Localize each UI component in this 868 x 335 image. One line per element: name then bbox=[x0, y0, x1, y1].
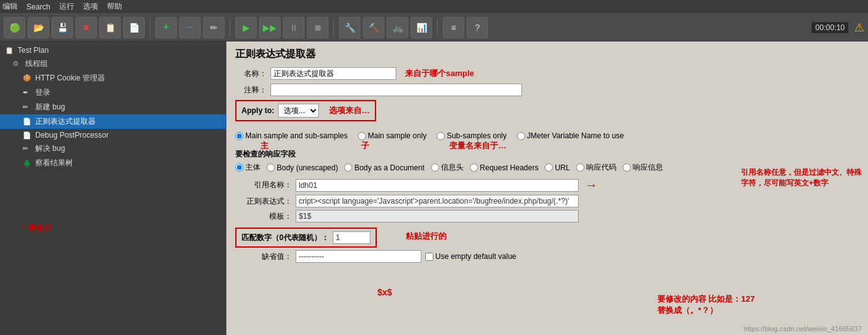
radio-req-headers-input[interactable] bbox=[470, 163, 478, 172]
match-count-box: 匹配数字（0代表随机）： bbox=[235, 228, 377, 248]
apply-to-select[interactable]: 选项... bbox=[278, 104, 319, 118]
toolbar-save-btn[interactable]: 💾 bbox=[52, 17, 73, 38]
annotation-comment: ↑ 有备注 bbox=[19, 221, 226, 235]
annotation-sample: 来自于哪个sample bbox=[405, 68, 474, 79]
ref-name-label: 引用名称： bbox=[235, 180, 292, 190]
radio-body[interactable]: 主体 bbox=[235, 162, 260, 173]
tree-item-testplan[interactable]: 📋 Test Plan bbox=[0, 44, 226, 57]
radio-jmeter-var[interactable]: JMeter Variable Name to use bbox=[517, 131, 625, 140]
radio-req-headers[interactable]: Request Headers bbox=[470, 163, 538, 172]
tree-item-threadgroup[interactable]: ⚙ 线程组 bbox=[0, 57, 226, 71]
radio-sub-only[interactable]: Sub-samples only bbox=[437, 131, 506, 140]
radio-body-input[interactable] bbox=[235, 163, 243, 172]
template-row: 模板： bbox=[235, 210, 859, 222]
radio-body-unescaped-input[interactable] bbox=[267, 163, 275, 172]
toolbar-help-btn[interactable]: ? bbox=[467, 17, 488, 38]
comment-input[interactable] bbox=[270, 84, 522, 96]
menu-item-run[interactable]: 运行 bbox=[59, 1, 74, 12]
warning-icon: ⚠ bbox=[854, 21, 864, 35]
toolbar-paste-btn[interactable]: 📄 bbox=[123, 17, 145, 38]
radio-response-msg-input[interactable] bbox=[623, 163, 631, 172]
toolbar-sep-4 bbox=[437, 18, 438, 37]
radio-main-only-input[interactable] bbox=[358, 132, 366, 140]
toolbar-sep-3 bbox=[333, 18, 334, 37]
radio-url-input[interactable] bbox=[545, 163, 553, 172]
toolbar-report-btn[interactable]: 📊 bbox=[411, 17, 432, 38]
tree-item-resulttree[interactable]: 🌲 察看结果树 bbox=[0, 156, 226, 170]
panel-title: 正则表达式提取器 bbox=[235, 48, 859, 61]
regex-label: 正则表达式： bbox=[235, 196, 292, 207]
radio-main-only[interactable]: Main sample only bbox=[358, 131, 426, 140]
tree-item-regex[interactable]: 📄 正则表达式提取器 bbox=[0, 114, 226, 129]
toolbar-edit-btn[interactable]: ✏ bbox=[203, 17, 225, 38]
radio-main-sub-input[interactable] bbox=[235, 132, 243, 140]
debug-icon: 📄 bbox=[23, 131, 33, 140]
toolbar-copy-btn[interactable]: 📋 bbox=[99, 17, 121, 38]
main-layout: 📋 Test Plan ⚙ 线程组 🍪 HTTP Cookie 管理器 ✒ 登录… bbox=[0, 41, 868, 335]
use-empty-checkbox[interactable] bbox=[425, 253, 433, 261]
response-section-title: 要检查的响应字段 bbox=[235, 149, 859, 160]
tree-item-debug[interactable]: 📄 Debug PostProcessor bbox=[0, 129, 226, 141]
name-input[interactable] bbox=[270, 67, 396, 80]
radio-sub-only-input[interactable] bbox=[437, 132, 445, 140]
tree-item-newbug[interactable]: ✏ 新建 bug bbox=[0, 100, 226, 114]
toolbar-add-btn[interactable]: + bbox=[155, 17, 177, 38]
annotation-ref-note: 引用名称任意，但是过滤中文、特殊 字符，尽可能写英文+数字 bbox=[741, 167, 862, 189]
regex-input[interactable] bbox=[296, 195, 579, 207]
comment-row: 注释： bbox=[235, 84, 859, 96]
tree-item-label: Test Plan bbox=[18, 46, 48, 55]
toolbar-stop-btn[interactable]: ⏹ bbox=[307, 17, 328, 38]
toolbar-remove-btn[interactable]: − bbox=[179, 17, 201, 38]
menu-item-edit[interactable]: 编辑 bbox=[3, 1, 18, 12]
toolbar-config1-btn[interactable]: 🔧 bbox=[339, 17, 360, 38]
default-input[interactable] bbox=[296, 250, 421, 263]
toolbar-clear-btn[interactable]: ✖ bbox=[75, 17, 97, 38]
tree-item-login[interactable]: ✒ 登录 bbox=[0, 85, 226, 100]
radio-body-as-doc-input[interactable] bbox=[344, 163, 352, 172]
radio-body-as-doc[interactable]: Body as a Document bbox=[344, 163, 424, 172]
toolbar-sep-2 bbox=[230, 18, 230, 37]
match-count-label: 匹配数字（0代表随机）： bbox=[242, 233, 329, 243]
name-row: 名称： 来自于哪个sample bbox=[235, 67, 859, 80]
tree-item-fixbug[interactable]: ✏ 解决 bug bbox=[0, 141, 226, 156]
annotation-main: 主 bbox=[260, 140, 269, 151]
radio-url[interactable]: URL bbox=[545, 163, 570, 172]
annotation-modify: 要修改的内容 比如是：127 替换成（。*？） bbox=[657, 294, 755, 316]
toolbar-list-btn[interactable]: ≡ bbox=[443, 17, 464, 38]
radio-header-input[interactable] bbox=[431, 163, 439, 172]
annotation-dollar: $x$ bbox=[377, 287, 392, 297]
arrow-ref: → bbox=[585, 178, 598, 192]
toolbar-open-btn[interactable]: 📂 bbox=[28, 17, 49, 38]
radio-body-unescaped[interactable]: Body (unescaped) bbox=[267, 163, 338, 172]
tree-item-label: 察看结果树 bbox=[35, 158, 73, 168]
apply-to-box: Apply to: 选项... 选项来自… bbox=[235, 100, 376, 121]
radio-response-code-input[interactable] bbox=[576, 163, 584, 172]
tree-item-label: 解决 bug bbox=[35, 143, 65, 154]
match-count-input[interactable] bbox=[333, 231, 370, 244]
use-empty-checkbox-label[interactable]: Use empty default value bbox=[425, 252, 516, 261]
toolbar-run-btn[interactable]: ▶ bbox=[235, 17, 257, 38]
name-label: 名称： bbox=[235, 69, 267, 79]
toolbar-pause-btn[interactable]: ⏸ bbox=[283, 17, 304, 38]
radio-response-code[interactable]: 响应代码 bbox=[576, 162, 616, 173]
menu-item-search[interactable]: Search bbox=[26, 3, 50, 11]
tree-item-cookie[interactable]: 🍪 HTTP Cookie 管理器 bbox=[0, 71, 226, 85]
menu-item-help[interactable]: 帮助 bbox=[107, 1, 122, 12]
annotation-apply: 选项来自… bbox=[329, 105, 370, 116]
toolbar-new-btn[interactable]: 🟢 bbox=[4, 17, 25, 38]
radio-response-msg[interactable]: 响应信息 bbox=[623, 162, 663, 173]
threadgroup-icon: ⚙ bbox=[13, 60, 23, 68]
toolbar-config2-btn[interactable]: 🔨 bbox=[363, 17, 384, 38]
radio-jmeter-var-input[interactable] bbox=[517, 132, 525, 140]
radio-main-sub[interactable]: Main sample and sub-samples bbox=[235, 131, 348, 140]
toolbar-run-all-btn[interactable]: ▶▶ bbox=[259, 17, 281, 38]
menu-item-options[interactable]: 选项 bbox=[83, 1, 98, 12]
toolbar: 🟢 📂 💾 ✖ 📋 📄 + − ✏ ▶ ▶▶ ⏸ ⏹ 🔧 🔨 🚲 📊 ≡ ? 0… bbox=[0, 14, 868, 41]
toolbar-remote-btn[interactable]: 🚲 bbox=[387, 17, 408, 38]
regex-row: 正则表达式： bbox=[235, 195, 859, 207]
comment-label: 注释： bbox=[235, 85, 267, 96]
radio-header[interactable]: 信息头 bbox=[431, 162, 464, 173]
ref-name-input[interactable] bbox=[296, 179, 579, 192]
template-input[interactable] bbox=[296, 210, 579, 222]
regex-icon: 📄 bbox=[23, 118, 33, 126]
